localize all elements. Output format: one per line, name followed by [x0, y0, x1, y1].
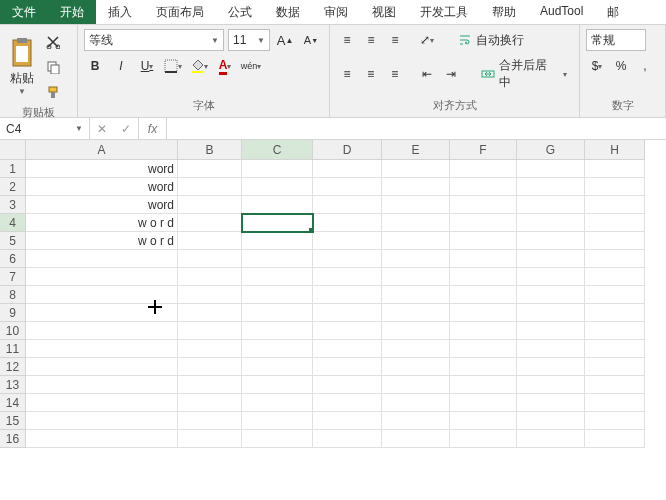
wrap-text-button[interactable]: 自动换行 [452, 30, 530, 51]
cell-A6[interactable] [26, 250, 178, 268]
tab-review[interactable]: 审阅 [312, 0, 360, 24]
cell-E1[interactable] [382, 160, 450, 178]
cell-F5[interactable] [450, 232, 517, 250]
cell-G6[interactable] [517, 250, 585, 268]
cell-H5[interactable] [585, 232, 645, 250]
cell-F2[interactable] [450, 178, 517, 196]
cut-button[interactable] [42, 31, 64, 53]
cell-H8[interactable] [585, 286, 645, 304]
cell-H3[interactable] [585, 196, 645, 214]
merge-center-button[interactable]: 合并后居中▾ [475, 55, 573, 93]
cell-A12[interactable] [26, 358, 178, 376]
cell-F7[interactable] [450, 268, 517, 286]
underline-button[interactable]: U ▾ [136, 55, 158, 77]
cell-H2[interactable] [585, 178, 645, 196]
column-header-H[interactable]: H [585, 140, 645, 160]
row-header-16[interactable]: 16 [0, 430, 26, 448]
fill-color-button[interactable]: ▾ [188, 55, 210, 77]
cell-H4[interactable] [585, 214, 645, 232]
comma-format-button[interactable]: , [634, 55, 656, 77]
tab-page-layout[interactable]: 页面布局 [144, 0, 216, 24]
tab-mail[interactable]: 邮 [595, 0, 631, 24]
cell-F1[interactable] [450, 160, 517, 178]
cell-E7[interactable] [382, 268, 450, 286]
cell-C16[interactable] [242, 430, 313, 448]
cell-D7[interactable] [313, 268, 382, 286]
cell-H9[interactable] [585, 304, 645, 322]
cell-B3[interactable] [178, 196, 242, 214]
cell-F6[interactable] [450, 250, 517, 268]
cell-F10[interactable] [450, 322, 517, 340]
cell-E13[interactable] [382, 376, 450, 394]
cell-H13[interactable] [585, 376, 645, 394]
align-center-button[interactable]: ≡ [360, 63, 382, 85]
cell-B9[interactable] [178, 304, 242, 322]
format-painter-button[interactable] [42, 81, 64, 103]
copy-button[interactable] [42, 56, 64, 78]
cell-A7[interactable] [26, 268, 178, 286]
cell-G9[interactable] [517, 304, 585, 322]
cell-E4[interactable] [382, 214, 450, 232]
column-header-E[interactable]: E [382, 140, 450, 160]
cell-B7[interactable] [178, 268, 242, 286]
cell-C2[interactable] [242, 178, 313, 196]
cell-A5[interactable]: w o r d [26, 232, 178, 250]
cell-D14[interactable] [313, 394, 382, 412]
cell-A2[interactable]: word [26, 178, 178, 196]
cell-A9[interactable] [26, 304, 178, 322]
align-left-button[interactable]: ≡ [336, 63, 358, 85]
cell-A13[interactable] [26, 376, 178, 394]
cell-G2[interactable] [517, 178, 585, 196]
tab-help[interactable]: 帮助 [480, 0, 528, 24]
font-name-combo[interactable]: 等线▼ [84, 29, 224, 51]
phonetic-button[interactable]: wén▾ [240, 55, 262, 77]
name-box[interactable]: C4▼ [0, 118, 90, 139]
cell-F11[interactable] [450, 340, 517, 358]
decrease-indent-button[interactable]: ⇤ [416, 63, 438, 85]
cell-E10[interactable] [382, 322, 450, 340]
cell-E2[interactable] [382, 178, 450, 196]
cell-H6[interactable] [585, 250, 645, 268]
cell-E8[interactable] [382, 286, 450, 304]
tab-file[interactable]: 文件 [0, 0, 48, 24]
row-header-14[interactable]: 14 [0, 394, 26, 412]
tab-formulas[interactable]: 公式 [216, 0, 264, 24]
cell-H7[interactable] [585, 268, 645, 286]
cell-C11[interactable] [242, 340, 313, 358]
cell-A11[interactable] [26, 340, 178, 358]
cell-G8[interactable] [517, 286, 585, 304]
row-header-1[interactable]: 1 [0, 160, 26, 178]
tab-audtool[interactable]: AudTool [528, 0, 595, 24]
cell-C9[interactable] [242, 304, 313, 322]
italic-button[interactable]: I [110, 55, 132, 77]
row-header-2[interactable]: 2 [0, 178, 26, 196]
cell-G3[interactable] [517, 196, 585, 214]
cell-G15[interactable] [517, 412, 585, 430]
cell-D6[interactable] [313, 250, 382, 268]
cell-C3[interactable] [242, 196, 313, 214]
cell-C8[interactable] [242, 286, 313, 304]
cell-B5[interactable] [178, 232, 242, 250]
cell-D15[interactable] [313, 412, 382, 430]
cell-G12[interactable] [517, 358, 585, 376]
cell-D1[interactable] [313, 160, 382, 178]
accounting-format-button[interactable]: $▾ [586, 55, 608, 77]
bold-button[interactable]: B [84, 55, 106, 77]
cell-A15[interactable] [26, 412, 178, 430]
cancel-button[interactable]: ✕ [90, 118, 114, 139]
decrease-font-button[interactable]: A▼ [300, 29, 322, 51]
orientation-button[interactable]: ⤢▾ [416, 29, 438, 51]
cell-B4[interactable] [178, 214, 242, 232]
cell-A16[interactable] [26, 430, 178, 448]
row-header-11[interactable]: 11 [0, 340, 26, 358]
cell-C14[interactable] [242, 394, 313, 412]
increase-indent-button[interactable]: ⇥ [440, 63, 462, 85]
font-color-button[interactable]: A▾ [214, 55, 236, 77]
cell-D3[interactable] [313, 196, 382, 214]
cell-G11[interactable] [517, 340, 585, 358]
cell-F8[interactable] [450, 286, 517, 304]
cell-B2[interactable] [178, 178, 242, 196]
row-header-5[interactable]: 5 [0, 232, 26, 250]
cell-H12[interactable] [585, 358, 645, 376]
cell-G10[interactable] [517, 322, 585, 340]
